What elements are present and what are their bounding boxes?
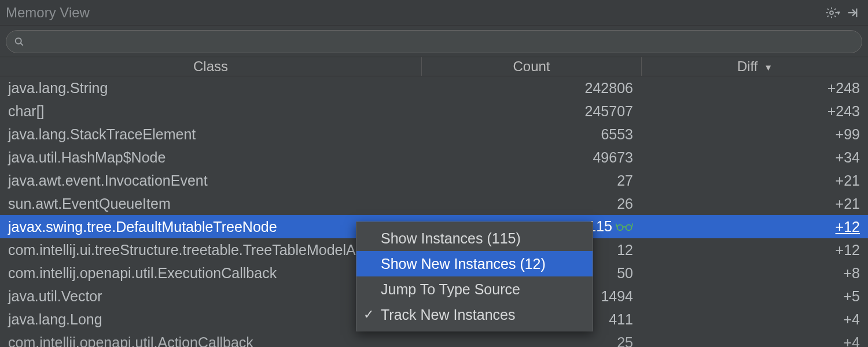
cell-diff: +12 <box>641 242 868 259</box>
cell-diff: +12 <box>641 219 868 235</box>
svg-point-1 <box>16 38 21 44</box>
cell-class: com.intellij.openapi.util.ActionCallback <box>0 334 421 348</box>
search-icon <box>13 36 25 47</box>
cell-class: java.lang.StackTraceElement <box>0 126 421 143</box>
cell-diff: +243 <box>641 103 868 120</box>
cell-count: 6553 <box>421 126 641 143</box>
cell-count: 26 <box>421 195 641 212</box>
table-row[interactable]: com.intellij.openapi.util.ActionCallback… <box>0 331 868 347</box>
cell-diff: +99 <box>641 126 868 143</box>
panel-title: Memory View <box>6 5 90 21</box>
cell-class: java.util.HashMap$Node <box>0 149 421 166</box>
context-menu-item-label: Jump To Type Source <box>381 281 520 298</box>
column-header-diff[interactable]: Diff ▼ <box>641 57 868 76</box>
svg-point-3 <box>617 225 623 231</box>
cell-class: java.awt.event.InvocationEvent <box>0 172 421 189</box>
table-row[interactable]: java.util.HashMap$Node49673+34 <box>0 146 868 169</box>
svg-point-4 <box>626 225 632 231</box>
cell-class: java.lang.String <box>0 80 421 97</box>
column-header-count[interactable]: Count <box>421 57 641 76</box>
context-menu-item[interactable]: Show Instances (115) <box>356 226 593 251</box>
table-header: Class Count Diff ▼ <box>0 57 868 76</box>
context-menu-item-label: Track New Instances <box>381 307 515 323</box>
context-menu-item-label: Show New Instances (12) <box>381 256 546 272</box>
cell-diff: +21 <box>641 195 868 212</box>
gear-icon[interactable]: ▾ <box>823 3 843 23</box>
column-header-class[interactable]: Class <box>0 57 421 76</box>
titlebar: Memory View ▾ <box>0 0 868 25</box>
table-row[interactable]: java.lang.String242806+248 <box>0 76 868 99</box>
sort-indicator-icon: ▼ <box>764 62 773 72</box>
glasses-icon <box>616 219 633 235</box>
cell-diff: +4 <box>641 311 868 328</box>
cell-count: 25 <box>421 334 641 348</box>
hide-icon[interactable] <box>843 3 862 23</box>
context-menu-item-label: Show Instances (115) <box>381 230 521 247</box>
cell-class: char[] <box>0 103 421 120</box>
search-field-wrap[interactable] <box>6 30 862 53</box>
table-row[interactable]: java.lang.StackTraceElement6553+99 <box>0 123 868 146</box>
cell-count: 27 <box>421 172 641 189</box>
cell-class: sun.awt.EventQueueItem <box>0 195 421 212</box>
cell-diff: +8 <box>641 265 868 282</box>
cell-diff: +5 <box>641 288 868 305</box>
svg-point-0 <box>830 11 833 14</box>
cell-count: 242806 <box>421 80 641 97</box>
context-menu-item[interactable]: Show New Instances (12) <box>356 251 593 276</box>
table-row[interactable]: char[]245707+243 <box>0 99 868 123</box>
search-bar <box>0 25 868 57</box>
memory-view-panel: Memory View ▾ Class Count Diff ▼ <box>0 0 868 347</box>
table-row[interactable]: sun.awt.EventQueueItem26+21 <box>0 192 868 215</box>
context-menu-item[interactable]: Jump To Type Source <box>356 276 593 302</box>
cell-count: 245707 <box>421 103 641 120</box>
search-input[interactable] <box>30 34 855 49</box>
svg-line-2 <box>21 43 23 46</box>
column-header-diff-label: Diff <box>737 58 758 74</box>
cell-diff: +248 <box>641 80 868 97</box>
table-row[interactable]: java.awt.event.InvocationEvent27+21 <box>0 169 868 192</box>
cell-diff: +34 <box>641 149 868 166</box>
check-icon: ✓ <box>363 307 374 322</box>
context-menu: Show Instances (115)Show New Instances (… <box>356 222 593 331</box>
context-menu-item[interactable]: ✓Track New Instances <box>356 302 593 327</box>
cell-diff: +21 <box>641 172 868 189</box>
cell-count: 49673 <box>421 149 641 166</box>
cell-diff: +4 <box>641 334 868 348</box>
